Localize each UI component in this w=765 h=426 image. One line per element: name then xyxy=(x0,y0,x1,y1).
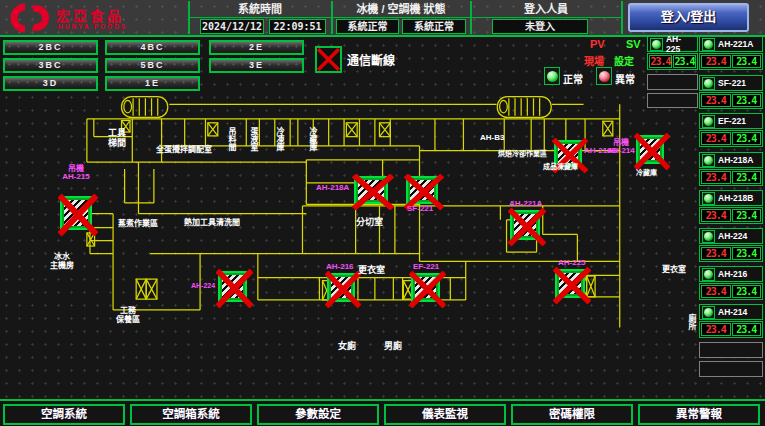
header-divider xyxy=(621,1,623,34)
login-logout-button[interactable]: 登入/登出 xyxy=(628,3,749,32)
room-label: 蒸煮作業區 xyxy=(118,220,158,229)
login-user-label: 登入人員 xyxy=(472,2,620,16)
floor-button-2bc[interactable]: 2BC xyxy=(3,40,98,55)
unit-row-ah-221a[interactable]: AH-221A xyxy=(699,36,763,52)
nav-ac-system-button[interactable]: 空調系統 xyxy=(3,404,125,425)
unit-row-ah-218b[interactable]: AH-218B xyxy=(699,190,763,206)
unit-name-label: EF-221 xyxy=(718,116,746,126)
unit-status-lamp-icon xyxy=(702,77,715,90)
floor-button-1e[interactable]: 1E xyxy=(105,76,200,91)
system-date-value: 2024/12/12 xyxy=(200,19,264,34)
unit-status-lamp-icon xyxy=(702,38,715,51)
company-name: 宏亞食品 xyxy=(56,5,124,25)
comm-fail-label: 通信斷線 xyxy=(347,51,395,68)
unit-row-ah-218a[interactable]: AH-218A xyxy=(699,152,763,168)
nav-meter-monitor-button[interactable]: 儀表監視 xyxy=(384,404,506,425)
unit-status-lamp-icon xyxy=(702,154,715,167)
ahu-equipment-icon[interactable] xyxy=(510,210,540,240)
floor-button-3bc[interactable]: 3BC xyxy=(3,58,98,73)
equipment-label: SF-221 xyxy=(407,205,441,213)
equipment-label: AH-221A xyxy=(509,200,547,208)
unit-status-lamp-icon xyxy=(702,268,715,281)
floor-button-3e[interactable]: 3E xyxy=(209,58,304,73)
normal-lamp-icon xyxy=(544,67,560,85)
equipment-label: AH-224 xyxy=(191,282,217,289)
room-label: 冰水 主機房 xyxy=(47,253,77,271)
pv-legend-label: PV xyxy=(590,38,605,50)
company-subtitle: HUNYA FOODS xyxy=(58,23,127,30)
floor-button-5bc[interactable]: 5BC xyxy=(105,58,200,73)
machine-status-label: 冰機 / 空調機 狀態 xyxy=(333,2,469,16)
unit-status-lamp-icon xyxy=(702,306,715,319)
unit-pv-value: 23.4 xyxy=(701,247,731,260)
unit-row-ef-221[interactable]: EF-221 xyxy=(699,113,763,129)
ahu-equipment-icon[interactable] xyxy=(555,269,585,298)
unit-values: 23.4 23.4 xyxy=(699,169,763,186)
nav-alarm-button[interactable]: 異常警報 xyxy=(638,404,760,425)
unit-name-label: AH-221A xyxy=(718,39,753,49)
unit-sv-value: 23.4 xyxy=(732,132,762,145)
room-label: 工具 梯間 xyxy=(104,129,130,149)
empty-panel-cell xyxy=(647,74,698,90)
room-label: 分切室 xyxy=(356,218,383,228)
unit-values: 23.4 23.4 xyxy=(699,130,763,147)
room-label: 熱加工具清洗間 xyxy=(184,219,240,228)
unit-sv-value: 23.4 xyxy=(732,285,762,298)
fan-equipment-icon[interactable] xyxy=(406,176,438,204)
ahu-equipment-icon[interactable] xyxy=(218,271,247,302)
floor-button-2e[interactable]: 2E xyxy=(209,40,304,55)
unit-name-label: AH-216 xyxy=(718,269,747,279)
sv-legend-label: SV xyxy=(626,38,641,50)
unit-pv-value: 23.4 xyxy=(701,55,731,68)
hmi-screen: 宏亞食品 HUNYA FOODS 系統時間 2024/12/12 22:09:5… xyxy=(0,0,765,426)
unit-row-ah-216[interactable]: AH-216 xyxy=(699,266,763,282)
unit-pv-value: 23.4 xyxy=(701,209,731,222)
unit-pv-value: 23.4 xyxy=(701,285,731,298)
unit-sv-value: 23.4 xyxy=(732,247,762,260)
room-label: 廁所 xyxy=(687,314,695,330)
chiller-status-value: 系統正常 xyxy=(336,19,399,34)
unit-row-ah-224[interactable]: AH-224 xyxy=(699,228,763,244)
unit-pv-value: 23.4 xyxy=(701,94,731,107)
room-label: AH-B3 xyxy=(480,134,504,143)
header-bar: 宏亞食品 HUNYA FOODS 系統時間 2024/12/12 22:09:5… xyxy=(0,0,765,37)
fan-equipment-icon[interactable] xyxy=(411,273,440,302)
nav-ahu-system-button[interactable]: 空調箱系統 xyxy=(130,404,252,425)
bottom-nav-bar: 空調系統 空調箱系統 參數設定 儀表監視 密碼權限 異常警報 xyxy=(0,399,765,426)
room-label: 冷藏庫 xyxy=(636,169,657,177)
room-label: 冷凍庫 xyxy=(275,127,283,151)
empty-panel-cell xyxy=(699,342,763,358)
ahu-equipment-icon[interactable] xyxy=(327,273,355,302)
unit-pv-value: 23.4 xyxy=(701,132,731,145)
unit-values: 23.4 23.4 xyxy=(699,207,763,224)
unit-row-sf-221[interactable]: SF-221 xyxy=(699,75,763,91)
room-label: 更衣室 xyxy=(358,266,385,276)
unit-name-label: AH-214 xyxy=(718,307,747,317)
floor-button-4bc[interactable]: 4BC xyxy=(105,40,200,55)
room-label: 工務 保養區 xyxy=(112,307,144,325)
header-divider xyxy=(189,17,621,18)
empty-panel-cell xyxy=(647,93,698,108)
unit-sv-value: 23.4 xyxy=(732,209,762,222)
comm-fail-icon xyxy=(315,46,342,73)
login-status-value: 未登入 xyxy=(492,19,588,34)
ahu-equipment-icon[interactable] xyxy=(354,176,388,204)
unit-sv-value: 23.4 xyxy=(732,323,762,336)
unit-status-lamp-icon xyxy=(702,230,715,243)
unit-name-label: AH-218B xyxy=(718,193,753,203)
unit-row-ah-225[interactable]: AH-225 xyxy=(647,36,698,52)
equipment-label: AH-218A xyxy=(316,184,352,192)
ahu-equipment-icon[interactable] xyxy=(636,135,664,164)
nav-password-auth-button[interactable]: 密碼權限 xyxy=(511,404,633,425)
floor-button-3d[interactable]: 3D xyxy=(3,76,98,91)
nav-parameter-set-button[interactable]: 參數設定 xyxy=(257,404,379,425)
unit-sv-value: 23.4 xyxy=(673,55,696,68)
equipment-label: AH-225 xyxy=(558,259,590,267)
unit-values: 23.4 23.4 xyxy=(647,53,698,70)
unit-pv-value: 23.4 xyxy=(701,171,731,184)
unit-status-lamp-icon xyxy=(702,192,715,205)
ahu-equipment-icon[interactable] xyxy=(60,196,92,230)
unit-values: 23.4 23.4 xyxy=(699,245,763,262)
company-logo-icon xyxy=(8,3,50,33)
unit-row-ah-214[interactable]: AH-214 xyxy=(699,304,763,320)
